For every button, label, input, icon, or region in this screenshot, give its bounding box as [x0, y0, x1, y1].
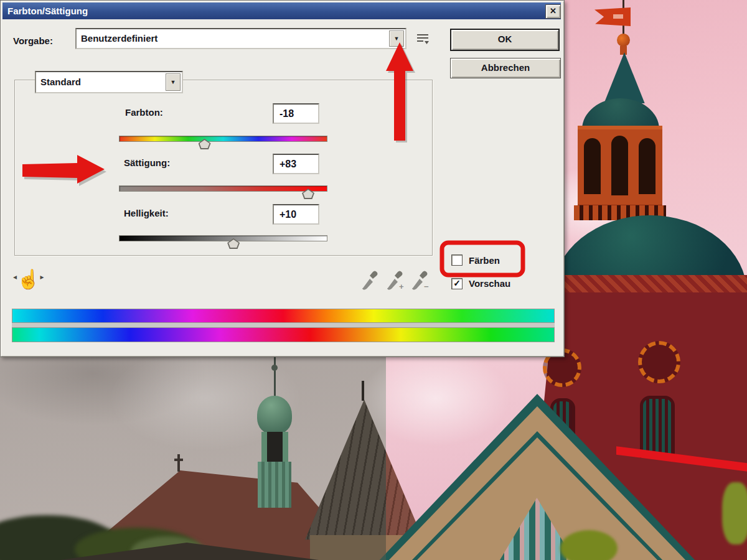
turret-shaft: [258, 462, 291, 508]
spectrum-separator: [12, 323, 555, 327]
turret-needle: [274, 356, 276, 398]
clock-face: [638, 341, 680, 383]
chevron-down-icon[interactable]: ▼: [166, 73, 181, 91]
apse-wall: [310, 535, 386, 560]
dialog-title: Farbton/Sättigung: [7, 6, 88, 16]
eyedropper-icon[interactable]: [360, 269, 378, 291]
lightness-value-input[interactable]: [273, 204, 319, 225]
preset-dropdown[interactable]: Benutzerdefiniert ▼: [75, 28, 406, 49]
tower-orb: [617, 34, 630, 47]
saturation-slider-thumb[interactable]: [302, 189, 314, 199]
hue-slider-track[interactable]: [119, 136, 327, 142]
channel-value: Standard: [36, 72, 182, 92]
turret-copper-dome: [257, 396, 292, 434]
preset-options-icon[interactable]: [415, 32, 430, 47]
saturation-slider-track[interactable]: [119, 185, 327, 192]
scrubby-hand-icon[interactable]: ◂☝▸: [13, 268, 44, 290]
roof-cross-finial: [177, 454, 180, 472]
hand-arrow-left-icon: ◂: [13, 273, 17, 281]
cancel-button[interactable]: Abbrechen: [450, 58, 561, 78]
cone-finial: [362, 381, 364, 401]
photo-desaturated: [0, 356, 386, 560]
hue-value-input[interactable]: [273, 103, 319, 124]
close-icon[interactable]: ✕: [545, 4, 561, 19]
saturation-value-input[interactable]: [273, 154, 319, 174]
preset-value: Benutzerdefiniert: [77, 29, 405, 48]
hue-saturation-dialog: Farbton/Sättigung ✕ Vorgabe: Benutzerdef…: [0, 0, 565, 357]
colorize-checkbox[interactable]: [451, 254, 463, 266]
preview-checkmark: ✓: [453, 278, 461, 288]
turret-lantern: [261, 432, 288, 463]
flag-marking: [613, 14, 623, 19]
preview-checkbox[interactable]: ✓: [451, 278, 463, 289]
plant: [722, 482, 747, 544]
hue-label: Farbton:: [125, 107, 163, 118]
dialog-titlebar[interactable]: Farbton/Sättigung: [2, 2, 561, 19]
turret-ball: [271, 365, 278, 371]
lantern-arch: [639, 138, 655, 194]
tower-neck: [620, 46, 627, 55]
pointing-hand-icon: ☝: [17, 269, 40, 289]
edit-groupbox: [14, 80, 433, 256]
preview-label: Vorschau: [469, 278, 510, 289]
channel-dropdown[interactable]: Standard ▼: [35, 71, 183, 93]
photo-desaturated-region: [0, 356, 386, 560]
saturation-label: Sättigung:: [124, 157, 170, 168]
hue-spectrum-bar-adjusted: [12, 327, 555, 342]
lantern-arch: [611, 136, 628, 195]
minus-glyph: −: [424, 282, 429, 291]
lightness-slider-track[interactable]: [119, 235, 327, 241]
lightness-slider-thumb[interactable]: [227, 238, 240, 249]
plus-glyph: +: [399, 282, 404, 291]
lightness-label: Helligkeit:: [124, 208, 169, 218]
hand-arrow-right-icon: ▸: [40, 273, 44, 281]
tower-window: [640, 396, 675, 458]
preset-label: Vorgabe:: [13, 35, 53, 46]
hue-slider-thumb[interactable]: [199, 139, 211, 149]
chevron-down-icon[interactable]: ▼: [389, 30, 404, 47]
colorize-label: Färben: [469, 255, 500, 266]
ok-button[interactable]: OK: [450, 29, 560, 51]
screenshot-root: Farbton/Sättigung ✕ Vorgabe: Benutzerdef…: [0, 0, 747, 560]
hue-spectrum-bar-original: [12, 309, 555, 323]
lantern-arch: [584, 138, 601, 194]
